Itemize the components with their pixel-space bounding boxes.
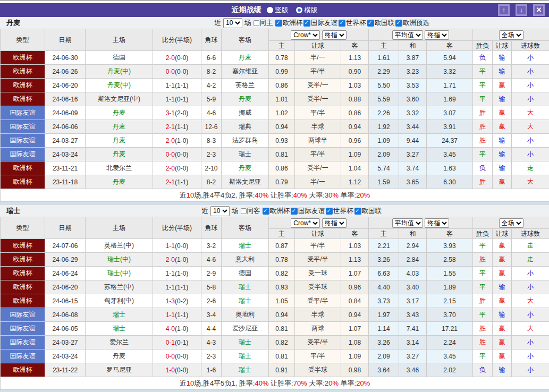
league-filter-欧国联[interactable]: 欧国联 <box>367 19 395 28</box>
league-filter-世界杯[interactable]: 世界杯 <box>326 207 353 216</box>
result-handicap: 赢 <box>493 336 512 350</box>
sub-header-away-odds: 客 <box>341 41 369 51</box>
home-team: 爱尔兰 <box>86 336 153 350</box>
odds-source-select[interactable]: Crow* <box>291 30 320 40</box>
final-odds-select-2[interactable]: 终指 <box>425 218 449 228</box>
summary-part: 40% <box>293 191 307 199</box>
average-select[interactable]: 平均值 <box>392 218 423 228</box>
summary-part: 场,胜4平5负1, 胜率: <box>194 379 255 387</box>
avg-odds-home: 2.26 <box>369 106 399 120</box>
handicap-odds-home: 0.82 <box>269 336 295 350</box>
match-date: 24-06-15 <box>45 294 86 308</box>
match-date: 24-06-08 <box>45 308 86 322</box>
home-team: 英格兰(中) <box>86 239 153 253</box>
league-filter-国际友谊[interactable]: 国际友谊 <box>291 207 325 216</box>
layout-radio-group: 竖版 横版 <box>267 6 318 15</box>
handicap-odds-away: 1.09 <box>341 148 369 161</box>
summary-part: 近 <box>180 191 187 199</box>
fulltime-score: 2-1 <box>166 123 175 131</box>
avg-odds-home: 3.73 <box>369 294 399 308</box>
radio-icon <box>267 7 273 13</box>
odds-source-select[interactable]: Crow* <box>291 218 320 228</box>
radio-horizontal-layout[interactable]: 横版 <box>296 6 318 15</box>
avg-odds-home: 1.61 <box>369 51 399 65</box>
handicap-odds-away: 1.07 <box>341 267 369 280</box>
away-team: 奥地利 <box>222 308 269 322</box>
move-up-button[interactable]: ↑ <box>498 4 510 16</box>
handicap-odds-group: Crow* 终指 <box>269 217 369 229</box>
avg-odds-away: 17.21 <box>427 322 473 336</box>
league-badge: 国际友谊 <box>1 350 45 363</box>
handicap-odds-home: 0.99 <box>269 65 295 79</box>
match-date: 24-03-24 <box>45 148 86 161</box>
same-venue-filter[interactable]: 同主 <box>254 19 273 28</box>
result-handicap: 输 <box>493 308 512 322</box>
checkbox-unchecked-icon <box>241 208 247 214</box>
league-filter-欧洲预选[interactable]: 欧洲预选 <box>395 19 429 28</box>
match-date: 24-03-27 <box>45 336 86 350</box>
final-odds-select-1[interactable]: 终指 <box>322 218 347 228</box>
away-team: 法罗群岛 <box>222 134 269 148</box>
scope-select[interactable]: 全场 <box>499 218 523 228</box>
checkbox-checked-icon <box>291 208 298 215</box>
result-goals: 小 <box>512 363 549 377</box>
away-team: 瑞士 <box>222 336 269 350</box>
checkbox-checked-icon <box>395 20 402 27</box>
away-team: 丹麦 <box>222 51 269 65</box>
avg-odds-draw: 3.65 <box>399 175 427 189</box>
checkbox-checked-icon <box>354 208 361 215</box>
score-cell: 1-3(0-2) <box>153 294 201 308</box>
checkbox-checked-icon <box>263 208 269 215</box>
fulltime-score: 0-1 <box>166 339 175 346</box>
recent-count-select[interactable]: 10 <box>223 18 242 28</box>
away-team: 瑞士 <box>222 239 269 253</box>
average-select[interactable]: 平均值 <box>392 30 423 40</box>
league-filter-欧国联[interactable]: 欧国联 <box>354 207 382 216</box>
league-filter-国际友谊[interactable]: 国际友谊 <box>303 19 337 28</box>
handicap-line: 受平/半 <box>295 336 341 350</box>
fulltime-score: 0-0 <box>166 68 175 75</box>
team-name: 瑞士 <box>0 206 20 216</box>
home-team: 瑞士 <box>86 322 153 336</box>
same-venue-filter[interactable]: 同客 <box>241 207 260 216</box>
scope-select[interactable]: 全场 <box>499 30 523 40</box>
league-badge: 国际友谊 <box>1 120 45 134</box>
league-filter-欧洲杯[interactable]: 欧洲杯 <box>263 207 290 216</box>
fulltime-score: 1-1 <box>166 96 175 103</box>
corner-score: 8-2 <box>201 65 222 79</box>
result-goals: 小 <box>512 267 549 280</box>
final-odds-select-1[interactable]: 终指 <box>322 30 347 40</box>
league-filter-欧洲杯[interactable]: 欧洲杯 <box>275 19 303 28</box>
handicap-line: 平/半 <box>295 350 341 363</box>
handicap-odds-home: 0.79 <box>269 175 295 189</box>
league-filters: 欧洲杯国际友谊世界杯欧国联 <box>263 207 382 216</box>
fulltime-score: 1-1 <box>166 270 175 277</box>
sub-header-away-odds: 客 <box>341 229 369 239</box>
col-header-corner: 角球 <box>201 29 222 51</box>
scope-group: 全场 <box>473 217 549 229</box>
league-filter-世界杯[interactable]: 世界杯 <box>339 19 366 28</box>
recent-count-select[interactable]: 10 <box>210 206 230 216</box>
match-date: 24-03-24 <box>45 350 86 363</box>
sub-header-avg-home: 主 <box>369 229 399 239</box>
halftime-score: (1-1) <box>175 284 188 291</box>
league-badge: 国际友谊 <box>1 148 45 161</box>
handicap-odds-away: 1.03 <box>341 239 369 253</box>
result-outcome: 负 <box>473 51 493 65</box>
move-down-button[interactable]: ↓ <box>516 4 527 16</box>
sub-header-handicap: 让球 <box>295 229 341 239</box>
result-goals: 大 <box>512 294 549 308</box>
corner-score: 4-4 <box>201 322 222 336</box>
recent-results-panel: 近期战绩 竖版 横版 ↑ ↓ ✕ 丹麦 近 10 场 <box>0 0 549 392</box>
result-goals: 走 <box>512 239 549 253</box>
average-odds-group: 平均值 终指 <box>369 217 473 229</box>
final-odds-select-2[interactable]: 终指 <box>425 30 449 40</box>
score-cell: 1-1(1-0) <box>153 267 201 280</box>
close-button[interactable]: ✕ <box>533 4 545 16</box>
radio-vertical-layout[interactable]: 竖版 <box>267 6 289 15</box>
handicap-line: 半/一 <box>295 51 341 65</box>
corner-score: 2-3 <box>201 350 222 363</box>
result-outcome: 平 <box>473 65 493 79</box>
bottom-divider <box>0 390 549 392</box>
summary-part: 单率: <box>339 191 356 199</box>
